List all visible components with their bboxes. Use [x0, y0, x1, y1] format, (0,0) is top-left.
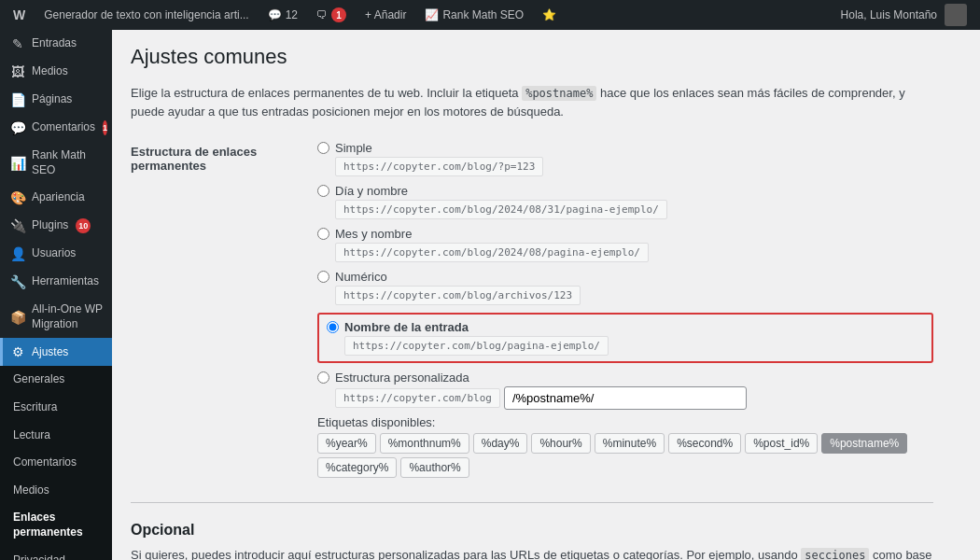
greeting-text: Hola, Luis Montaño [841, 8, 937, 21]
plugins-icon: 🔌 [9, 218, 26, 233]
url-preview-day-name: https://copyter.com/blog/2024/08/31/pagi… [335, 200, 667, 219]
sidebar-item-ajustes[interactable]: ⚙ Ajustes [0, 338, 112, 366]
radio-numeric-input[interactable] [317, 271, 329, 283]
sidebar-item-herramientas[interactable]: 🔧 Herramientas [0, 268, 112, 296]
submenu-enlaces[interactable]: Enlaces permanentes [0, 504, 112, 546]
url-preview-numeric: https://copyter.com/blog/archivos/123 [335, 286, 581, 305]
submenu-label-comentarios: Comentarios [13, 455, 77, 470]
secciones-code: secciones [801, 548, 869, 560]
sidebar-item-entradas[interactable]: ✎ Entradas [0, 30, 112, 58]
radio-simple: Simple https://copyter.com/blog/?p=123 [317, 141, 933, 176]
sidebar-item-rank-math[interactable]: 📊 Rank Math SEO [0, 142, 112, 184]
sidebar-item-apariencia[interactable]: 🎨 Apariencia [0, 184, 112, 212]
page-title: Ajustes comunes [131, 45, 933, 69]
tag-button[interactable]: %minute% [595, 433, 665, 454]
wp-icon: W [13, 7, 25, 22]
sidebar-label-paginas: Páginas [32, 92, 72, 107]
sidebar-item-allinone[interactable]: 📦 All-in-One WP Migration [0, 296, 112, 338]
comentarios-badge: 1 [103, 120, 107, 135]
settings-table: Estructura de enlaces permanentes Simple… [131, 135, 933, 483]
permalink-radio-group: Simple https://copyter.com/blog/?p=123 D… [317, 141, 933, 410]
user-greeting[interactable]: Hola, Luis Montaño [835, 0, 973, 30]
submenu-medios[interactable]: Medios [0, 477, 112, 505]
custom-base-url: https://copyter.com/blog [335, 388, 500, 408]
submenu-label-enlaces: Enlaces permanentes [13, 511, 105, 539]
apariencia-icon: 🎨 [9, 190, 26, 205]
submenu-escritura[interactable]: Escritura [0, 394, 112, 422]
radio-month-name-input[interactable] [317, 228, 329, 240]
radio-entry-name-label[interactable]: Nombre de la entrada [344, 320, 609, 334]
tag-button[interactable]: %second% [668, 433, 741, 454]
submenu-comentarios[interactable]: Comentarios [0, 449, 112, 477]
sidebar-label-usuarios: Usuarios [32, 246, 76, 261]
sidebar-label-ajustes: Ajustes [32, 345, 68, 360]
radio-numeric: Numérico https://copyter.com/blog/archiv… [317, 270, 933, 305]
intro-description: Elige la estructura de enlaces permanent… [131, 84, 933, 120]
tag-button[interactable]: %monthnum% [380, 433, 469, 454]
tag-button[interactable]: %hour% [531, 433, 590, 454]
ajustes-icon: ⚙ [9, 344, 26, 359]
radio-entry-name-input[interactable] [327, 321, 339, 333]
section-divider [131, 502, 933, 503]
radio-simple-label[interactable]: Simple [335, 141, 543, 155]
medios-icon: 🖼 [9, 64, 26, 79]
submenu-lectura[interactable]: Lectura [0, 422, 112, 450]
sidebar: ✎ Entradas 🖼 Medios 📄 Páginas 💬 Comentar… [0, 30, 112, 560]
comment-pending-button[interactable]: 🗨 1 [311, 0, 352, 30]
site-title-button[interactable]: Generador de texto con inteligencia arti… [38, 0, 254, 30]
add-new-button[interactable]: + Añadir [359, 0, 412, 30]
admin-bar: W Generador de texto con inteligencia ar… [0, 0, 980, 30]
sidebar-label-plugins: Plugins [32, 218, 68, 233]
comment-bubble-icon: 🗨 [316, 8, 328, 21]
comment-count: 12 [286, 8, 298, 21]
tag-button[interactable]: %author% [400, 457, 469, 478]
field-label: Estructura de enlaces permanentes [131, 135, 317, 483]
radio-day-name-label[interactable]: Día y nombre [335, 184, 667, 198]
sidebar-item-paginas[interactable]: 📄 Páginas [0, 86, 112, 114]
tag-button[interactable]: %category% [317, 457, 397, 478]
postname-code: %postname% [522, 86, 596, 101]
content-area: Ajustes comunes Elige la estructura de e… [112, 30, 980, 560]
rank-math-sidebar-icon: 📊 [9, 156, 26, 171]
submenu-label-generales: Generales [13, 372, 64, 387]
submenu-generales[interactable]: Generales [0, 366, 112, 394]
user-avatar [945, 4, 967, 26]
submenu-label-medios: Medios [13, 483, 49, 498]
url-preview-month-name: https://copyter.com/blog/2024/08/pagina-… [335, 243, 649, 262]
submenu-label-escritura: Escritura [13, 400, 57, 415]
sidebar-item-comentarios[interactable]: 💬 Comentarios 1 [0, 114, 112, 142]
add-new-label: + Añadir [365, 8, 406, 21]
optional-description: Si quieres, puedes introducir aquí estru… [131, 546, 933, 560]
sidebar-label-medios: Medios [32, 64, 68, 79]
radio-numeric-label[interactable]: Numérico [335, 270, 581, 284]
rank-math-bar-button[interactable]: 📈 Rank Math SEO [419, 0, 529, 30]
radio-month-name: Mes y nombre https://copyter.com/blog/20… [317, 227, 933, 262]
optional-title: Opcional [131, 522, 933, 539]
sidebar-item-medios[interactable]: 🖼 Medios [0, 58, 112, 86]
custom-structure-input[interactable] [504, 386, 747, 410]
allinone-icon: 📦 [9, 310, 26, 325]
comment-badge: 1 [331, 7, 346, 22]
tag-button[interactable]: %year% [317, 433, 376, 454]
radio-day-name-input[interactable] [317, 185, 329, 197]
radio-custom-input[interactable] [317, 371, 329, 384]
radio-custom-label[interactable]: Estructura personalizada [335, 371, 747, 385]
radio-month-name-label[interactable]: Mes y nombre [335, 227, 649, 241]
submenu-privacidad[interactable]: Privacidad [0, 547, 112, 560]
radio-simple-input[interactable] [317, 142, 329, 154]
tag-button[interactable]: %postname% [821, 433, 907, 454]
tag-button[interactable]: %post_id% [745, 433, 818, 454]
tag-button[interactable]: %day% [473, 433, 528, 454]
wp-logo-button[interactable]: W [7, 0, 31, 30]
site-title: Generador de texto con inteligencia arti… [44, 8, 248, 21]
submenu-label-privacidad: Privacidad [13, 553, 65, 560]
sidebar-item-usuarios[interactable]: 👤 Usuarios [0, 240, 112, 268]
plugins-badge: 10 [76, 218, 91, 233]
sidebar-label-apariencia: Apariencia [32, 190, 85, 205]
comments-bar-button[interactable]: 💬 12 [262, 0, 303, 30]
sidebar-label-herramientas: Herramientas [32, 274, 99, 289]
sidebar-item-plugins[interactable]: 🔌 Plugins 10 [0, 212, 112, 240]
rank-math-label: Rank Math SEO [442, 8, 524, 21]
rank-math-icon: 📈 [425, 8, 439, 21]
rank-math-logo-icon[interactable]: ⭐ [537, 0, 562, 30]
